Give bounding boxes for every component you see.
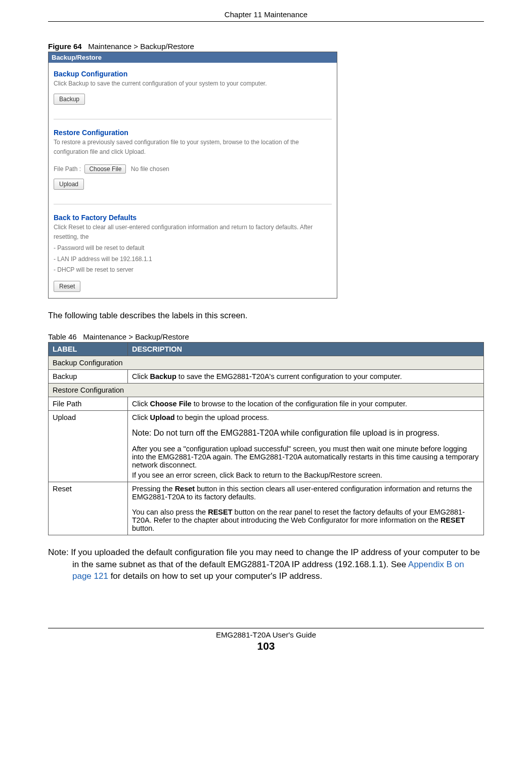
table-caption-number: Table 46: [48, 332, 77, 341]
page-number: 103: [48, 640, 484, 652]
ss-restore-text: To restore a previously saved configurat…: [54, 138, 332, 157]
note-text: Note: If you uploaded the default config…: [48, 546, 484, 582]
cell-desc: Pressing the Reset button in this sectio…: [128, 482, 484, 535]
intro-text: The following table describes the labels…: [48, 310, 484, 321]
cell-label: Backup: [49, 369, 128, 383]
footer-rule: [48, 628, 484, 628]
cell-label: File Path: [49, 397, 128, 410]
header-rule: [48, 21, 484, 22]
description-table: LABEL DESCRIPTION Backup Configuration B…: [48, 342, 484, 535]
ss-factory-text: Click Reset to clear all user-entered co…: [54, 223, 332, 242]
cell-desc: Click Upload to begin the upload process…: [128, 410, 484, 482]
ss-restore-title: Restore Configuration: [54, 129, 332, 137]
figure-caption: Figure 64 Maintenance > Backup/Restore: [48, 42, 484, 51]
no-file-chosen-text: No file chosen: [131, 165, 169, 173]
th-description: DESCRIPTION: [128, 342, 484, 356]
ss-separator: [54, 119, 332, 119]
chapter-header: Chapter 11 Maintenance: [48, 5, 484, 21]
reset-button[interactable]: Reset: [54, 281, 80, 292]
ss-factory-item: - Password will be reset to default: [54, 243, 332, 254]
ss-separator: [54, 204, 332, 204]
table-caption-text: Maintenance > Backup/Restore: [83, 332, 189, 341]
table-section: Restore Configuration: [49, 383, 484, 397]
ss-factory-title: Back to Factory Defaults: [54, 214, 332, 222]
ss-backup-text: Click Backup to save the current configu…: [54, 79, 332, 89]
cell-label: Reset: [49, 482, 128, 535]
table-section: Backup Configuration: [49, 356, 484, 369]
cell-label: Upload: [49, 410, 128, 482]
th-label: LABEL: [49, 342, 128, 356]
choose-file-button[interactable]: Choose File: [84, 164, 126, 174]
ss-factory-item: - DHCP will be reset to server: [54, 265, 332, 276]
backup-button[interactable]: Backup: [54, 94, 85, 105]
figure-label-number: Figure 64: [48, 42, 82, 51]
footer-guide: EMG2881-T20A User's Guide: [48, 630, 484, 639]
upload-button[interactable]: Upload: [54, 179, 84, 190]
table-caption: Table 46 Maintenance > Backup/Restore: [48, 332, 484, 341]
screenshot-titlebar: Backup/Restore: [49, 52, 337, 63]
figure-label-text: Maintenance > Backup/Restore: [88, 42, 194, 51]
cell-desc: Click Choose File to browse to the locat…: [128, 397, 484, 410]
filepath-label: File Path :: [54, 165, 81, 173]
cell-desc: Click Backup to save the EMG2881-T20A's …: [128, 369, 484, 383]
screenshot-backup-restore: Backup/Restore Backup Configuration Clic…: [48, 52, 337, 299]
ss-factory-item: - LAN IP address will be 192.168.1.1: [54, 254, 332, 265]
ss-backup-title: Backup Configuration: [54, 70, 332, 78]
